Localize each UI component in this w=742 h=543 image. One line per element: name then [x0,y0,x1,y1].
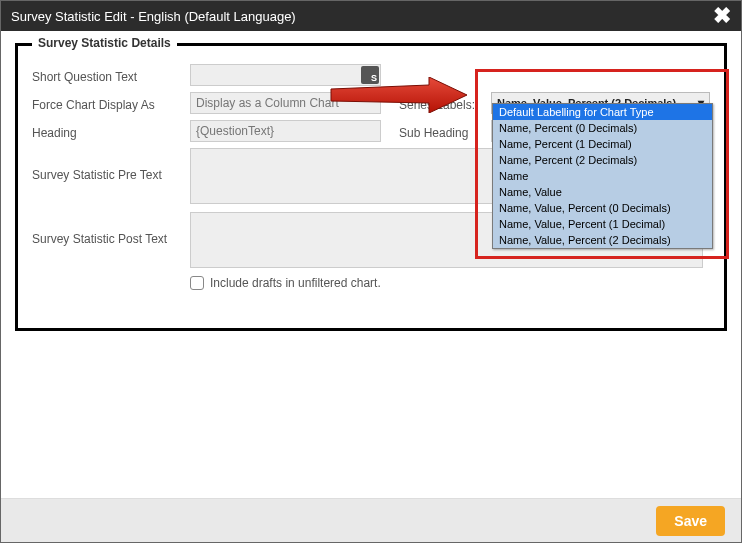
save-button[interactable]: Save [656,506,725,536]
heading-input[interactable] [190,120,381,142]
force-chart-label: Force Chart Display As [32,95,190,112]
window-title: Survey Statistic Edit - English (Default… [11,9,296,24]
series-labels-label: Series Labels: [381,95,491,112]
text-helper-icon[interactable]: S [361,66,379,84]
dropdown-option[interactable]: Name, Value, Percent (0 Decimals) [493,200,712,216]
dropdown-option[interactable]: Name, Value, Percent (1 Decimal) [493,216,712,232]
close-icon[interactable]: ✖ [713,5,731,27]
sub-heading-label: Sub Heading [381,123,491,140]
dropdown-option[interactable]: Default Labelling for Chart Type [493,104,712,120]
dropdown-option[interactable]: Name, Percent (1 Decimal) [493,136,712,152]
dropdown-option[interactable]: Name, Percent (2 Decimals) [493,152,712,168]
include-drafts-label: Include drafts in unfiltered chart. [210,276,381,290]
pre-text-label: Survey Statistic Pre Text [32,148,190,182]
force-chart-input[interactable] [190,92,381,114]
include-drafts-checkbox[interactable] [190,276,204,290]
short-question-label: Short Question Text [32,67,190,84]
series-labels-dropdown-list[interactable]: Default Labelling for Chart TypeName, Pe… [492,103,713,249]
heading-label: Heading [32,123,190,140]
dropdown-option[interactable]: Name [493,168,712,184]
dropdown-option[interactable]: Name, Value [493,184,712,200]
dialog-footer: Save [1,498,741,542]
post-text-label: Survey Statistic Post Text [32,212,190,246]
dropdown-option[interactable]: Name, Percent (0 Decimals) [493,120,712,136]
fieldset-legend: Survey Statistic Details [32,36,177,50]
title-bar: Survey Statistic Edit - English (Default… [1,1,741,31]
short-question-input[interactable] [190,64,381,86]
dropdown-option[interactable]: Name, Value, Percent (2 Decimals) [493,232,712,248]
